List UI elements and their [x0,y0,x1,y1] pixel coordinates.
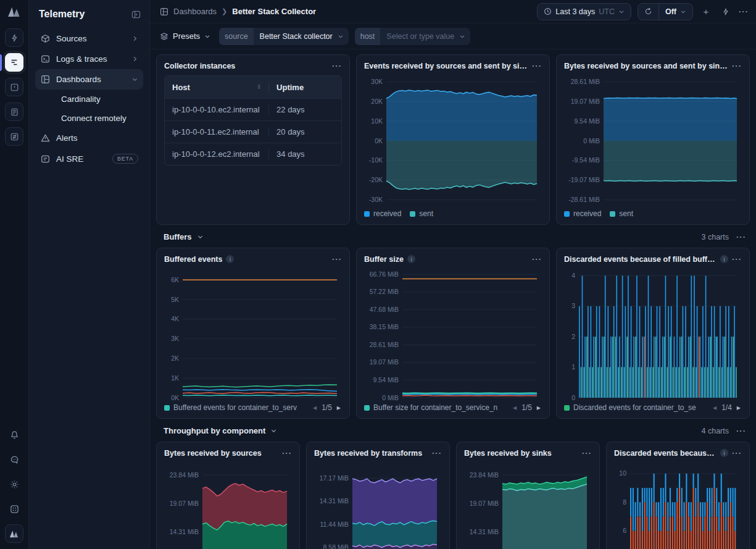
card-menu[interactable]: ··· [582,448,592,458]
legend-item-received[interactable]: received [564,209,601,218]
buffered-events-card: Buffered events i ··· 6K5K4K3K2K1K0K Buf… [156,248,350,419]
card-menu[interactable]: ··· [732,61,742,70]
incident-icon[interactable] [5,78,23,96]
section-menu[interactable]: ··· [736,426,746,435]
chevron-down-icon [270,427,277,434]
sidebar-item-dashboards[interactable]: Dashboards [35,69,143,90]
svg-text:17.17 MiB: 17.17 MiB [320,474,349,482]
refresh-button[interactable] [638,4,659,20]
sidebar-item-sources[interactable]: Sources [35,28,143,49]
svg-text:8.58 MiB: 8.58 MiB [323,543,349,549]
topbar-more-menu[interactable]: ··· [739,7,749,16]
buffers-section-toggle[interactable]: Buffers [164,232,204,241]
svg-text:3K: 3K [171,335,179,342]
svg-text:-28.61 MiB: -28.61 MiB [568,196,600,203]
column-resize-handle[interactable]: ‖ [258,84,261,90]
svg-text:47.68 MiB: 47.68 MiB [370,306,399,313]
status-page-icon[interactable] [5,103,23,121]
throughput-section-toggle[interactable]: Throughput by component [164,426,277,435]
chart-count: 4 charts [702,427,729,435]
collector-instances-card: Collector instances ··· Host‖ Uptime ip-… [156,54,350,225]
collapse-sidebar-icon[interactable] [131,10,141,19]
card-menu[interactable]: ··· [332,254,342,264]
info-icon[interactable]: i [720,255,728,263]
sidebar-item-cardinality[interactable]: Cardinality [35,90,143,109]
column-header-uptime[interactable]: Uptime [268,83,341,92]
pager-next-icon[interactable]: ▶ [336,405,342,411]
integrations-icon[interactable] [5,500,23,518]
svg-text:19.07 MiB: 19.07 MiB [170,500,199,507]
info-icon[interactable]: i [720,449,728,457]
discarded-events-2-chart: 1086 [614,460,742,549]
info-icon[interactable]: i [407,255,415,263]
telemetry-logs-icon[interactable] [5,53,23,72]
uptime-monitoring-icon[interactable] [5,28,23,47]
source-filter-label: source [219,28,254,45]
pager-next-icon[interactable]: ▶ [536,405,542,411]
card-menu[interactable]: ··· [732,448,742,458]
legend-item-sent[interactable]: sent [410,209,433,218]
svg-text:0K: 0K [171,394,179,401]
card-title: Bytes received by sources and sent by si… [564,62,728,70]
sidebar-item-connect-remotely[interactable]: Connect remotely [35,109,143,128]
chevron-right-icon [131,56,138,62]
footer-legend-label[interactable]: Buffered events for container_to_serv [173,403,308,412]
svg-text:6K: 6K [171,276,179,283]
svg-text:0K: 0K [375,137,383,145]
legend-item-received[interactable]: received [364,209,401,218]
add-panel-button[interactable]: + [699,5,713,19]
better-stack-logo[interactable] [7,6,21,17]
card-menu[interactable]: ··· [432,448,442,458]
svg-text:14.31 MiB: 14.31 MiB [170,528,199,535]
quick-actions-bolt-button[interactable] [719,5,733,19]
sidebar-item-alerts[interactable]: Alerts [35,128,143,148]
legend-item-sent[interactable]: sent [610,209,633,218]
column-header-host[interactable]: Host‖ [165,83,268,92]
source-filter[interactable]: source Better Stack collector [219,28,349,45]
sidebar-item-logs-traces[interactable]: Logs & traces [35,49,143,69]
svg-text:14.31 MiB: 14.31 MiB [320,497,349,505]
card-menu[interactable]: ··· [732,254,742,264]
pager-prev-icon[interactable]: ◀ [312,405,318,411]
breadcrumb-section[interactable]: Dashboards [173,7,217,16]
breadcrumb: Dashboards ❯ Better Stack Collector [160,7,316,16]
settings-sliders-icon[interactable] [5,127,23,146]
svg-text:5K: 5K [171,296,179,303]
theme-sun-icon[interactable] [5,475,23,493]
buffers-section-header: Buffers 3 charts ··· [156,225,750,248]
pager-next-icon[interactable]: ▶ [736,405,742,411]
chevron-down-icon [204,33,210,40]
notifications-bell-icon[interactable] [5,425,23,444]
card-menu[interactable]: ··· [532,254,542,264]
footer-legend-label[interactable]: Buffer size for container_to_service_n [373,403,508,412]
svg-text:30K: 30K [371,78,383,85]
card-menu[interactable]: ··· [282,448,292,458]
pager-prev-icon[interactable]: ◀ [512,405,518,411]
rail-nav [5,28,23,146]
info-icon[interactable]: i [226,255,234,263]
pager-prev-icon[interactable]: ◀ [712,405,718,411]
card-title: Buffer size [364,255,404,264]
host-filter[interactable]: host Select or type value [355,28,470,45]
better-stack-logo-small[interactable] [5,524,23,543]
card-title: Discarded events because of filled buffe… [564,255,717,264]
presets-button[interactable]: Presets [157,31,213,41]
beta-badge: BETA [112,154,138,164]
feedback-chat-icon[interactable] [5,450,23,469]
ai-sre-icon [40,154,50,164]
footer-legend-label[interactable]: Discarded events for container_to_se [573,403,708,412]
chevron-down-icon [680,9,686,15]
filterbar: Presets source Better Stack collector ho… [150,23,756,49]
svg-text:-9.54 MiB: -9.54 MiB [572,156,600,164]
card-menu[interactable]: ··· [532,61,542,70]
card-menu[interactable]: ··· [332,61,342,70]
svg-text:66.76 MiB: 66.76 MiB [370,270,399,278]
refresh-interval-button[interactable]: Off [659,4,692,20]
section-menu[interactable]: ··· [736,232,746,241]
time-range-button[interactable]: Last 3 days UTC [537,3,631,20]
sidebar-item-ai-sre[interactable]: AI SRE BETA [35,148,143,169]
refresh-group: Off [638,3,693,20]
bytes-by-sources-card: Bytes received by sources ··· 23.84 MiB1… [156,442,300,549]
svg-text:3: 3 [571,302,575,309]
time-range-label: Last 3 days [555,7,595,16]
